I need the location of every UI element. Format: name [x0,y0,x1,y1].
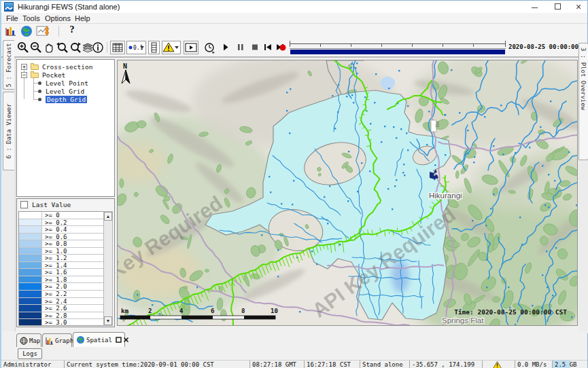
pause-button[interactable] [234,41,249,54]
legend-row: >= 2.2 [19,291,103,298]
bar-chart-icon [46,337,54,345]
status-system-time: Current system time:2020-09-01 00:00 CST [64,361,249,368]
svg-text:6: 6 [211,308,214,314]
svg-text:8: 8 [241,308,245,314]
legend-row: >= 2.4 [19,298,103,306]
tab-map[interactable]: Map [16,333,41,347]
close-button[interactable]: ✕ [574,3,583,11]
data-tree-panel: + Cross-section − Pocket Level Point Lev… [16,59,115,197]
legend-table: >= 0 >= 0.2 >= 0.4 >= 0.6 >= 0.8 >= 1.0 … [18,211,104,326]
map-label-hikurangi: Hikurangi [429,191,462,200]
legend-row: >= 2.6 [19,305,103,312]
maximize-button[interactable] [553,3,563,11]
status-coordinates: -35.657 , 174.199 [409,361,482,368]
svg-text:2: 2 [148,308,152,314]
folder-icon [31,63,39,70]
folder-icon [31,71,39,78]
scale-bar-button[interactable] [148,41,160,54]
restore-tab-icon[interactable] [116,337,122,343]
map-label-springs-flat: Springs Flat [442,316,484,325]
legend-row: >= 1.0 [19,248,103,255]
tab-forecast[interactable]: 5 : Forecast [3,40,14,90]
timeline-progress-bar [290,50,505,54]
legend-row: >= 1.2 [19,255,103,262]
timer-icon[interactable] [203,41,218,54]
status-gmt-time: 08:27:18 GMT [249,361,304,368]
scroll-down-button[interactable]: ▼ [104,316,112,325]
map-view[interactable]: H1 API Key Required API Key Required Hik… [117,60,578,326]
legend-row: >= 3.0 [19,319,103,326]
status-user: Administrator [1,361,64,368]
svg-text:4: 4 [179,308,184,314]
legend-row: >= 1.6 [19,269,103,276]
globe-explorer-icon[interactable] [20,24,35,38]
legend-row: >= 0.6 [19,234,103,241]
last-value-label: Last Value [32,201,71,208]
bullet-icon [38,98,41,101]
legend-scrollbar[interactable]: ▲ ▼ [103,211,113,326]
play-button[interactable] [219,41,234,54]
status-memory: 2.5 GB [552,361,588,368]
status-mode: Stand alone [360,361,409,368]
legend-row: >= 1.4 [19,262,103,270]
close-tab-icon[interactable] [123,337,129,343]
logs-button[interactable]: Logs [18,348,42,359]
bullet-icon [38,81,41,85]
legend-row: >= 0 [19,212,103,219]
legend-row: >= 0.2 [19,219,103,227]
forecast-chart-icon[interactable] [36,24,51,38]
menu-help[interactable]: Help [75,14,90,22]
animation-button[interactable] [184,41,198,54]
legend-panel: Last Value >= 0 >= 0.2 >= 0.4 >= 0.6 >= … [16,198,115,327]
map-time-label: Time: 2020-08-25 00:00:00 CST [454,308,567,316]
warnings-dropdown[interactable] [162,41,181,54]
menu-bar: File Tools Options Help [1,13,587,24]
menu-tools[interactable]: Tools [22,14,40,22]
warning-icon[interactable] [493,361,502,368]
legend-row: >= 2.8 [19,312,103,320]
timeline-slider[interactable] [290,40,506,56]
right-tab-strip: 3 : Plot Overview [578,58,588,333]
svg-text:10: 10 [271,308,278,314]
legend-row: >= 2.0 [19,283,103,291]
database-display-icon[interactable] [4,24,19,38]
status-warning-cell [482,361,515,368]
main-toolbar: ? [1,24,587,39]
window-title: Hikurangi FEWS (Stand alone) [18,3,120,11]
grid-display-button[interactable] [110,41,125,54]
bottom-tab-bar: Map Graph Spatial [1,331,587,347]
collapse-icon[interactable]: − [21,72,27,78]
left-tab-strip: 5 : Forecast 6 : Data Viewer [1,58,16,333]
tab-plot-overview[interactable]: 3 : Plot Overview [578,43,588,160]
timeline-date: 2020-08-25 00:00:00 CST [508,43,588,50]
globe-icon [76,335,85,344]
status-bar: Administrator Current system time:2020-0… [1,360,587,368]
title-bar: Hikurangi FEWS (Stand alone) ✕ [1,1,587,13]
bullet-icon [38,90,41,93]
status-speed: 0.0 MB/s [515,361,552,368]
menu-file[interactable]: File [6,14,18,22]
svg-text:km: km [121,308,128,314]
svg-text:N: N [123,62,127,70]
scroll-up-button[interactable]: ▲ [104,212,112,221]
tab-graph[interactable]: Graph [42,333,72,347]
menu-options[interactable]: Options [45,14,71,22]
svg-text:H1: H1 [435,122,440,128]
info-icon[interactable] [91,41,106,54]
legend-row: >= 1.8 [19,276,103,284]
legend-row: >= 0.4 [19,226,103,234]
globe-wire-icon [20,337,28,345]
record-button[interactable] [277,41,289,54]
last-value-checkbox[interactable] [20,201,28,208]
app-icon [4,2,14,12]
expand-icon[interactable]: + [21,64,27,70]
tab-spatial[interactable]: Spatial [73,332,125,347]
minimize-button[interactable] [530,3,540,11]
app-window: Hikurangi FEWS (Stand alone) ✕ File Tool… [0,0,588,368]
pan-hand-icon[interactable] [42,41,57,54]
threshold-value-dropdown[interactable]: 0.1 [126,41,146,54]
tab-data-viewer[interactable]: 6 : Data Viewer [3,92,14,170]
help-icon[interactable]: ? [65,24,80,38]
legend-row: >= 0.8 [19,240,103,248]
status-local-time: 16:27:18 CST [304,361,360,368]
